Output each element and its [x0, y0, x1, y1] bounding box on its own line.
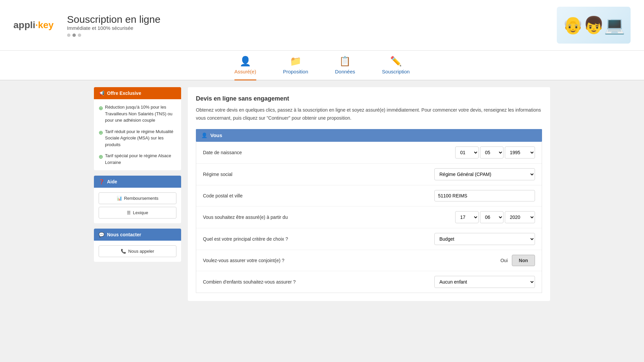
green-circle-icon-3: ⊕ — [99, 153, 103, 161]
logo-key: key — [38, 20, 54, 30]
aide-card: ❓ Aide 📊 Remboursements ☰ Lexique — [94, 176, 181, 223]
appeler-button[interactable]: 📞 Nous appeler — [99, 245, 176, 257]
tab-assure[interactable]: 👤 Assuré(e) — [234, 56, 256, 80]
row-code-postal: Code postal et ville — [196, 185, 542, 206]
offre-header: 📢 Offre Exclusive — [94, 87, 181, 99]
aide-body: 📊 Remboursements ☰ Lexique — [94, 188, 181, 223]
row-assurance-date: Vous souhaitez être assuré(e) à partir d… — [196, 206, 542, 228]
assure-icon: 👤 — [239, 56, 251, 67]
offre-item-3: ⊕ Tarif spécial pour le régime Alsace Lo… — [99, 153, 176, 166]
offre-text-3: Tarif spécial pour le régime Alsace Lorr… — [105, 153, 176, 166]
offre-text-2: Tarif réduit pour le régime Mutualité So… — [105, 128, 176, 148]
lexique-label: Lexique — [133, 210, 148, 215]
tab-proposition-label: Proposition — [283, 69, 308, 74]
logo: appli·key — [13, 20, 54, 31]
souscription-icon: ✏️ — [390, 56, 402, 67]
devis-title: Devis en ligne sans engagement — [196, 95, 542, 102]
dot-3[interactable] — [78, 34, 81, 37]
contact-card: 💬 Nous contacter 📞 Nous appeler — [94, 229, 181, 262]
question-icon: ❓ — [99, 179, 104, 184]
label-regime-social: Régime social — [203, 172, 434, 177]
row-date-naissance: Date de naissance 01 02030405 06070809 1… — [196, 142, 542, 164]
assurance-date-controls: 17 010203 06 0102 2020 20212022 — [455, 211, 535, 223]
tab-donnees[interactable]: 📋 Données — [335, 56, 355, 80]
label-assurance-date: Vous souhaitez être assuré(e) à partir d… — [203, 215, 455, 220]
row-critere: Quel est votre principal critère de choi… — [196, 228, 542, 250]
tab-assure-label: Assuré(e) — [234, 69, 256, 74]
contact-body: 📞 Nous appeler — [94, 241, 181, 262]
critere-select[interactable]: Budget Remboursements Rapport qualité/pr… — [434, 233, 535, 245]
day-select[interactable]: 01 02030405 06070809 10111213 14151617 1… — [455, 146, 479, 159]
remboursements-label: Remboursements — [124, 196, 159, 201]
label-code-postal: Code postal et ville — [203, 193, 434, 198]
code-postal-input[interactable] — [434, 190, 535, 201]
donnees-icon: 📋 — [339, 56, 351, 67]
green-circle-icon-1: ⊕ — [99, 104, 103, 112]
conjoint-toggle-group: Oui Non — [500, 255, 535, 266]
oui-label: Oui — [500, 258, 508, 263]
tab-proposition[interactable]: 📁 Proposition — [283, 56, 308, 80]
header-image: 👴👦💻 — [557, 7, 631, 44]
assurance-year-select[interactable]: 2020 20212022 — [505, 211, 535, 223]
aide-header: ❓ Aide — [94, 176, 181, 188]
bullhorn-icon: 📢 — [99, 90, 104, 96]
dot-2[interactable] — [72, 34, 76, 37]
offre-item-1: ⊕ Réduction jusqu'à 10% pour les Travail… — [99, 104, 176, 124]
aide-title: Aide — [107, 179, 117, 184]
page-subtitle: Immédiate et 100% sécurisée — [67, 25, 557, 31]
sidebar: 📢 Offre Exclusive ⊕ Réduction jusqu'à 10… — [94, 87, 181, 301]
table-icon: 📊 — [117, 196, 122, 201]
form-section: Date de naissance 01 02030405 06070809 1… — [196, 142, 542, 293]
offre-item-2: ⊕ Tarif réduit pour le régime Mutualité … — [99, 128, 176, 148]
regime-social-control: Régime Général (CPAM) MSA Alsace Lorrain… — [434, 168, 535, 180]
section-vous-title: Vous — [210, 132, 222, 138]
remboursements-button[interactable]: 📊 Remboursements — [99, 192, 176, 204]
logo-appli: appli — [13, 20, 35, 30]
section-vous-header: 👤 Vous — [196, 129, 542, 142]
navigation-tabs: 👤 Assuré(e) 📁 Proposition 📋 Données ✏️ S… — [0, 51, 644, 80]
comment-icon: 💬 — [99, 232, 104, 237]
list-icon: ☰ — [127, 210, 131, 215]
contact-title: Nous contacter — [107, 232, 141, 237]
phone-icon: 📞 — [121, 249, 126, 254]
critere-control: Budget Remboursements Rapport qualité/pr… — [434, 233, 535, 245]
page-title: Souscription en ligne — [67, 14, 557, 25]
offre-text-1: Réduction jusqu'à 10% pour les Travaille… — [105, 104, 176, 124]
appeler-label: Nous appeler — [128, 249, 154, 254]
month-select[interactable]: 01020304 05060708 09101112 — [480, 146, 503, 159]
header: appli·key Souscription en ligne Immédiat… — [0, 0, 644, 51]
enfants-control: Aucun enfant 1 enfant 2 enfants 3 enfant… — [434, 276, 535, 288]
main-layout: 📢 Offre Exclusive ⊕ Réduction jusqu'à 10… — [87, 80, 557, 308]
contact-header: 💬 Nous contacter — [94, 229, 181, 241]
dot-1[interactable] — [67, 34, 70, 37]
year-select[interactable]: 1995 199019851980 20002005 — [505, 146, 535, 159]
header-title: Souscription en ligne Immédiate et 100% … — [67, 14, 557, 37]
assurance-day-select[interactable]: 17 010203 — [455, 211, 479, 223]
date-naissance-controls: 01 02030405 06070809 10111213 14151617 1… — [455, 146, 535, 159]
label-date-naissance: Date de naissance — [203, 150, 455, 155]
offre-title: Offre Exclusive — [107, 90, 141, 96]
offre-card: 📢 Offre Exclusive ⊕ Réduction jusqu'à 10… — [94, 87, 181, 170]
assurance-month-select[interactable]: 06 0102 — [480, 211, 503, 223]
devis-desc: Obtenez votre devis en quelques clics, p… — [196, 106, 542, 122]
row-enfants: Combien d'enfants souhaitez-vous assurer… — [196, 271, 542, 293]
tab-souscription[interactable]: ✏️ Souscription — [382, 56, 410, 80]
proposition-icon: 📁 — [290, 56, 302, 67]
regime-social-select[interactable]: Régime Général (CPAM) MSA Alsace Lorrain… — [434, 168, 535, 180]
label-conjoint: Voulez-vous assurer votre conjoint(e) ? — [203, 258, 500, 263]
label-enfants: Combien d'enfants souhaitez-vous assurer… — [203, 279, 434, 285]
label-critere: Quel est votre principal critère de choi… — [203, 236, 434, 242]
green-circle-icon-2: ⊕ — [99, 129, 103, 137]
code-postal-control — [434, 190, 535, 201]
carousel-dots — [67, 34, 557, 37]
row-conjoint: Voulez-vous assurer votre conjoint(e) ? … — [196, 250, 542, 271]
offre-body: ⊕ Réduction jusqu'à 10% pour les Travail… — [94, 99, 181, 170]
logo-dash: · — [35, 20, 38, 30]
content-area: Devis en ligne sans engagement Obtenez v… — [188, 87, 550, 301]
non-button[interactable]: Non — [512, 255, 535, 266]
enfants-select[interactable]: Aucun enfant 1 enfant 2 enfants 3 enfant… — [434, 276, 535, 288]
tab-donnees-label: Données — [335, 69, 355, 74]
lexique-button[interactable]: ☰ Lexique — [99, 207, 176, 219]
row-regime-social: Régime social Régime Général (CPAM) MSA … — [196, 164, 542, 185]
person-icon: 👤 — [201, 132, 208, 138]
